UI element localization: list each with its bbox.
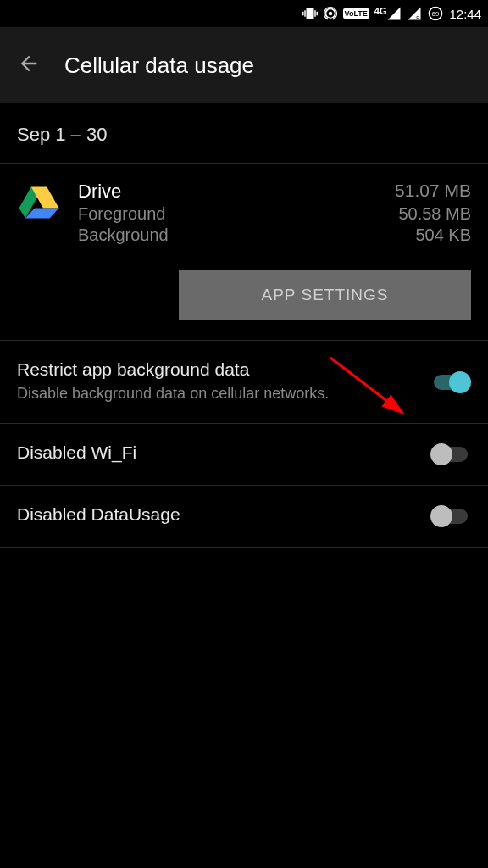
drive-app-icon	[17, 181, 61, 225]
app-row: Drive 51.07 MB Foreground 50.58 MB Backg…	[0, 164, 488, 247]
setting-title: Disabled DataUsage	[17, 504, 413, 525]
clock: 12:44	[449, 7, 481, 21]
signal-roaming-icon: R	[407, 6, 422, 21]
setting-disabled-datausage[interactable]: Disabled DataUsage	[0, 486, 488, 548]
date-range[interactable]: Sep 1 – 30	[0, 103, 488, 164]
foreground-value: 50.58 MB	[398, 204, 471, 224]
header: Cellular data usage	[0, 27, 488, 103]
signal-icon	[386, 6, 402, 21]
page-title: Cellular data usage	[64, 53, 254, 79]
vibrate-icon	[302, 6, 318, 21]
toggle-restrict-bg[interactable]	[430, 370, 471, 394]
svg-text:R: R	[417, 15, 421, 20]
app-name: Drive	[78, 181, 121, 203]
background-label: Background	[78, 225, 169, 245]
foreground-label: Foreground	[78, 204, 165, 224]
back-icon[interactable]	[17, 52, 41, 79]
setting-title: Disabled Wi_Fi	[17, 442, 413, 463]
setting-title: Restrict app background data	[17, 359, 413, 380]
app-total-usage: 51.07 MB	[395, 181, 471, 203]
toggle-datausage[interactable]	[430, 504, 471, 528]
setting-subtitle: Disable background data on cellular netw…	[17, 383, 413, 404]
toggle-wifi[interactable]	[430, 442, 471, 466]
setting-disabled-wifi[interactable]: Disabled Wi_Fi	[0, 424, 488, 486]
svg-point-0	[328, 12, 332, 16]
svg-text:69: 69	[432, 10, 439, 18]
hotspot-icon	[323, 6, 338, 21]
network-type-label: 4G	[374, 6, 387, 16]
status-bar: VoLTE 4G R 69 12:44	[0, 0, 488, 27]
volte-badge: VoLTE	[343, 8, 369, 19]
battery-icon: 69	[427, 5, 444, 22]
app-settings-button[interactable]: APP SETTINGS	[179, 270, 471, 320]
setting-restrict-bg-data[interactable]: Restrict app background data Disable bac…	[0, 341, 488, 424]
background-value: 504 KB	[415, 225, 471, 245]
